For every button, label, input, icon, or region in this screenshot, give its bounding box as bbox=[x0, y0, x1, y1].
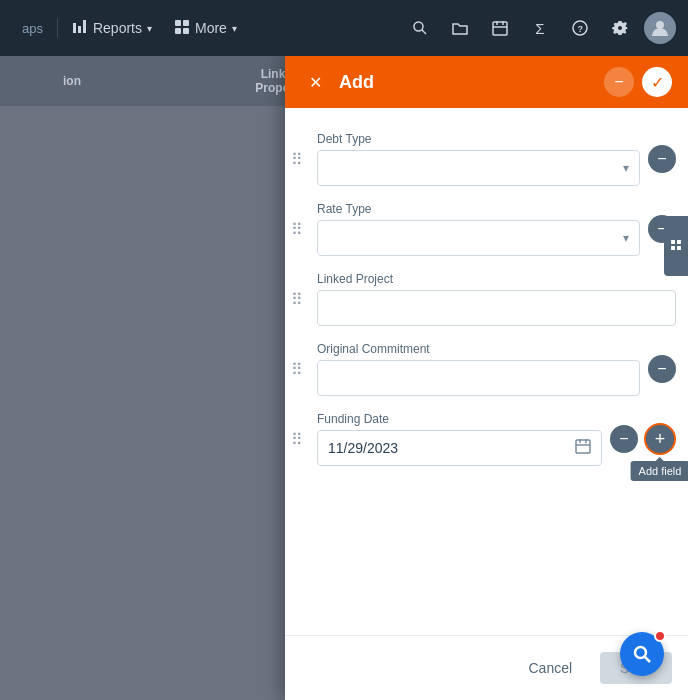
minus-icon-commitment: − bbox=[657, 360, 666, 378]
panel-body: ⠿ Debt Type ▾ − ⠿ Rate Type ▾ bbox=[285, 108, 688, 635]
svg-rect-5 bbox=[175, 28, 181, 34]
nav-separator-1 bbox=[57, 18, 58, 38]
panel-header: ✕ Add − ✓ bbox=[285, 56, 688, 108]
search-fab-icon bbox=[632, 644, 652, 664]
rate-type-label: Rate Type bbox=[317, 202, 640, 216]
minus-icon-date: − bbox=[619, 430, 628, 448]
drag-handle-linked-project[interactable]: ⠿ bbox=[285, 287, 309, 311]
calendar-nav-button[interactable] bbox=[484, 12, 516, 44]
debt-type-arrow: ▾ bbox=[623, 161, 629, 175]
debt-type-input[interactable]: ▾ bbox=[317, 150, 640, 186]
add-field-button[interactable]: + bbox=[644, 423, 676, 455]
debt-type-remove-button[interactable]: − bbox=[648, 145, 676, 173]
nav-left: aps Reports ▾ More ▾ bbox=[12, 13, 247, 44]
linked-project-label: Linked Project bbox=[317, 272, 676, 286]
panel-minus-button[interactable]: − bbox=[604, 67, 634, 97]
field-wrapper-rate-type: Rate Type ▾ bbox=[317, 202, 640, 256]
side-tab[interactable] bbox=[664, 216, 688, 276]
check-icon: ✓ bbox=[651, 73, 664, 92]
svg-rect-19 bbox=[671, 246, 675, 250]
nav-item-more[interactable]: More ▾ bbox=[164, 13, 247, 44]
original-commitment-remove-button[interactable]: − bbox=[648, 355, 676, 383]
original-commitment-label: Original Commitment bbox=[317, 342, 640, 356]
search-nav-button[interactable] bbox=[404, 12, 436, 44]
rate-type-input[interactable]: ▾ bbox=[317, 220, 640, 256]
top-nav: aps Reports ▾ More ▾ Σ bbox=[0, 0, 688, 56]
linked-project-input[interactable] bbox=[317, 290, 676, 326]
close-icon: ✕ bbox=[309, 73, 322, 92]
drag-handle-original-commitment[interactable]: ⠿ bbox=[285, 357, 309, 381]
sigma-nav-button[interactable]: Σ bbox=[524, 12, 556, 44]
add-panel: ✕ Add − ✓ ⠿ Debt Type ▾ bbox=[285, 56, 688, 700]
nav-app-name[interactable]: aps bbox=[12, 15, 53, 42]
field-row-original-commitment: ⠿ Original Commitment − bbox=[285, 334, 688, 404]
reports-chevron: ▾ bbox=[147, 23, 152, 34]
svg-rect-0 bbox=[73, 23, 76, 33]
funding-date-value: 11/29/2023 bbox=[328, 440, 575, 456]
svg-point-25 bbox=[635, 647, 646, 658]
folder-nav-button[interactable] bbox=[444, 12, 476, 44]
field-wrapper-original-commitment: Original Commitment bbox=[317, 342, 640, 396]
side-tab-icon bbox=[669, 238, 683, 255]
help-nav-button[interactable]: ? bbox=[564, 12, 596, 44]
reports-icon bbox=[72, 19, 88, 38]
svg-text:?: ? bbox=[578, 24, 584, 34]
add-field-button-container: + Add field bbox=[644, 423, 676, 455]
panel-header-actions: − ✓ bbox=[604, 67, 672, 97]
nav-item-reports[interactable]: Reports ▾ bbox=[62, 13, 162, 44]
rate-type-arrow: ▾ bbox=[623, 231, 629, 245]
svg-point-7 bbox=[414, 22, 423, 31]
field-row-debt-type: ⠿ Debt Type ▾ − bbox=[285, 124, 688, 194]
svg-rect-17 bbox=[671, 240, 675, 244]
plus-icon: + bbox=[655, 429, 666, 450]
original-commitment-input[interactable] bbox=[317, 360, 640, 396]
field-row-linked-project: ⠿ Linked Project bbox=[285, 264, 688, 334]
reports-label: Reports bbox=[93, 20, 142, 36]
debt-type-label: Debt Type bbox=[317, 132, 640, 146]
linked-project-text-input[interactable] bbox=[328, 300, 665, 316]
original-commitment-text-input[interactable] bbox=[328, 370, 629, 386]
panel-close-button[interactable]: ✕ bbox=[301, 68, 329, 96]
settings-nav-button[interactable] bbox=[604, 12, 636, 44]
user-avatar[interactable] bbox=[644, 12, 676, 44]
funding-date-remove-button[interactable]: − bbox=[610, 425, 638, 453]
table-col-ion: ion bbox=[0, 74, 144, 88]
svg-point-15 bbox=[618, 26, 622, 30]
field-wrapper-funding-date: Funding Date 11/29/2023 bbox=[317, 412, 602, 466]
more-icon bbox=[174, 19, 190, 38]
field-row-rate-type: ⠿ Rate Type ▾ − bbox=[285, 194, 688, 264]
svg-rect-20 bbox=[677, 246, 681, 250]
cancel-button[interactable]: Cancel bbox=[512, 652, 588, 684]
svg-rect-18 bbox=[677, 240, 681, 244]
more-chevron: ▾ bbox=[232, 23, 237, 34]
svg-rect-4 bbox=[183, 20, 189, 26]
more-label: More bbox=[195, 20, 227, 36]
svg-rect-1 bbox=[78, 26, 81, 33]
svg-point-16 bbox=[656, 21, 664, 29]
svg-rect-2 bbox=[83, 20, 86, 33]
drag-handle-rate-type[interactable]: ⠿ bbox=[285, 217, 309, 241]
search-fab-badge bbox=[654, 630, 666, 642]
field-wrapper-linked-project: Linked Project bbox=[317, 272, 676, 326]
drag-handle-funding-date[interactable]: ⠿ bbox=[285, 427, 309, 451]
drag-handle-debt-type[interactable]: ⠿ bbox=[285, 147, 309, 171]
svg-line-8 bbox=[422, 30, 426, 34]
panel-title: Add bbox=[339, 72, 604, 93]
svg-rect-9 bbox=[493, 22, 507, 35]
field-wrapper-debt-type: Debt Type ▾ bbox=[317, 132, 640, 186]
svg-rect-21 bbox=[576, 440, 590, 453]
panel-confirm-button[interactable]: ✓ bbox=[642, 67, 672, 97]
svg-line-26 bbox=[645, 657, 651, 663]
search-fab-button[interactable] bbox=[620, 632, 664, 676]
funding-date-label: Funding Date bbox=[317, 412, 602, 426]
minus-icon: − bbox=[614, 73, 623, 91]
svg-rect-3 bbox=[175, 20, 181, 26]
field-row-funding-date: ⠿ Funding Date 11/29/2023 − + bbox=[285, 404, 688, 474]
calendar-icon[interactable] bbox=[575, 438, 591, 458]
nav-right: Σ ? bbox=[404, 12, 676, 44]
add-field-tooltip: Add field bbox=[631, 461, 688, 481]
funding-date-input[interactable]: 11/29/2023 bbox=[317, 430, 602, 466]
minus-icon-debt: − bbox=[657, 150, 666, 168]
svg-rect-6 bbox=[183, 28, 189, 34]
